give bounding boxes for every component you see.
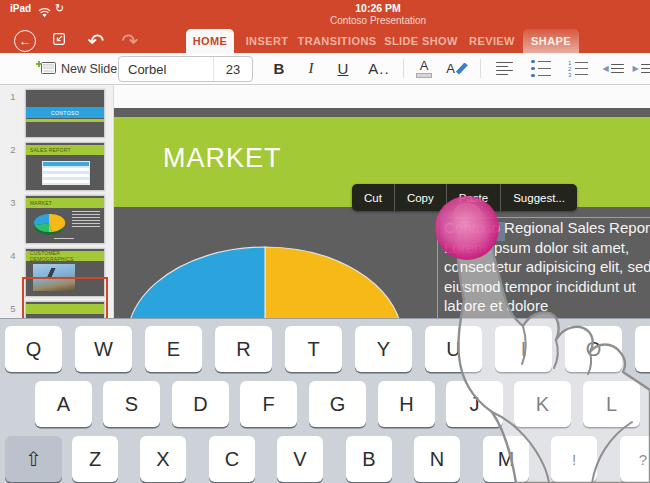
align-left-icon: [496, 62, 513, 76]
key-r[interactable]: R: [215, 326, 272, 372]
redo-icon: ↷: [122, 31, 139, 51]
indent-button[interactable]: ▶: [631, 58, 650, 79]
key-u[interactable]: U: [425, 326, 482, 372]
bullets-button[interactable]: [528, 58, 554, 79]
tab-slide-show[interactable]: SLIDE SHOW: [384, 29, 458, 53]
key-f[interactable]: F: [240, 381, 297, 427]
toolbar-divider: [480, 59, 481, 78]
key-y[interactable]: Y: [355, 326, 412, 372]
tab-insert[interactable]: INSERT: [242, 29, 292, 53]
align-button[interactable]: [492, 58, 516, 79]
thumb3-title: MARKET: [26, 198, 104, 208]
numbering-button[interactable]: 1 2 3: [565, 58, 591, 79]
key-e[interactable]: E: [145, 326, 202, 372]
slide-title[interactable]: MARKET: [163, 143, 282, 174]
thumb1-accent-stripe: [26, 119, 104, 122]
tab-review[interactable]: REVIEW: [466, 29, 518, 53]
italic-button[interactable]: I: [302, 58, 320, 79]
app-window: iPad ↻ 10:26 PM Contoso Presentation ← ↶…: [0, 0, 650, 483]
key-l[interactable]: L: [583, 381, 640, 427]
font-color-button[interactable]: A: [413, 58, 435, 79]
key-q[interactable]: Q: [5, 326, 62, 372]
key-question[interactable]: ?: [620, 436, 650, 482]
textbox-line: eiusmod tempor incididunt ut: [438, 277, 650, 297]
key-k[interactable]: K: [514, 381, 571, 427]
key-a[interactable]: A: [35, 381, 92, 427]
pen-icon: [456, 63, 468, 75]
slide-number: 1: [6, 91, 20, 102]
thumb2-table: [42, 161, 90, 185]
clock: 10:26 PM: [308, 2, 448, 14]
key-i[interactable]: I: [495, 326, 552, 372]
formatting-toolbar: New Slide Corbel 23 B I U A.. A A: [0, 53, 650, 85]
key-d[interactable]: D: [172, 381, 229, 427]
thumb3-caption: [54, 238, 74, 240]
key-z[interactable]: Z: [72, 436, 118, 482]
thumb2-title: SALES REPORT: [26, 145, 104, 155]
menu-item-suggest[interactable]: Suggest...: [501, 184, 577, 211]
key-m[interactable]: M: [483, 436, 529, 482]
bold-button[interactable]: B: [269, 58, 289, 79]
key-s[interactable]: S: [103, 381, 160, 427]
device-label: iPad: [10, 3, 31, 14]
slide-thumbnail-1[interactable]: CONTOSO: [25, 89, 105, 138]
textbox-line: consectetur adipisicing elit, sed do: [438, 257, 650, 277]
back-icon: ←: [14, 30, 36, 52]
bullet-list-icon: [531, 59, 550, 78]
back-button[interactable]: ←: [13, 29, 37, 53]
key-exclamation[interactable]: !: [551, 436, 597, 482]
new-slide-button[interactable]: [36, 60, 57, 81]
tab-home[interactable]: HOME: [186, 29, 234, 53]
wifi-icon: [38, 4, 51, 22]
slide-thumbnail-panel: 1 CONTOSO 2 SALES REPORT 3 MARKET: [0, 84, 114, 318]
key-n[interactable]: N: [414, 436, 460, 482]
slide-number: 2: [6, 144, 20, 155]
key-o[interactable]: O: [565, 326, 622, 372]
underline-button[interactable]: U: [333, 58, 353, 79]
more-formatting-button[interactable]: A..: [366, 58, 392, 79]
key-h[interactable]: H: [378, 381, 435, 427]
indent-icon: ▶: [632, 65, 638, 73]
undo-button[interactable]: ↶: [84, 29, 108, 53]
tab-transitions[interactable]: TRANSITIONS: [298, 29, 376, 53]
outdent-button[interactable]: ◀: [601, 58, 625, 79]
outdent-icon: ◀: [602, 65, 608, 73]
font-effects-button[interactable]: A: [444, 58, 470, 79]
toolbar-divider: [403, 59, 404, 78]
key-j[interactable]: J: [446, 381, 503, 427]
textbox-line: labore et dolore: [438, 296, 650, 316]
numbered-list-icon: 1 2 3: [568, 60, 588, 77]
top-bar: iPad ↻ 10:26 PM Contoso Presentation ← ↶…: [0, 0, 650, 53]
slide-number: 4: [6, 250, 20, 261]
key-p[interactable]: P: [635, 326, 650, 372]
thumb4-title: CUSTOMER DEMOGRAPHICS: [26, 251, 104, 261]
key-x[interactable]: X: [140, 436, 186, 482]
shift-key[interactable]: ⇧: [5, 436, 62, 482]
menu-item-copy[interactable]: Copy: [395, 184, 446, 211]
share-button[interactable]: [47, 29, 71, 53]
key-t[interactable]: T: [285, 326, 342, 372]
slide-thumbnail-2[interactable]: SALES REPORT: [25, 142, 105, 191]
redo-button[interactable]: ↷: [118, 29, 142, 53]
new-slide-icon: [36, 63, 57, 80]
shift-icon: ⇧: [25, 447, 42, 471]
font-size-field[interactable]: 23: [213, 57, 252, 81]
font-selector: Corbel 23: [118, 56, 253, 82]
key-g[interactable]: G: [309, 381, 366, 427]
key-c[interactable]: C: [209, 436, 255, 482]
font-name-field[interactable]: Corbel: [119, 62, 213, 77]
menu-item-cut[interactable]: Cut: [352, 184, 394, 211]
slide-number: 3: [6, 197, 20, 208]
key-b[interactable]: B: [346, 436, 392, 482]
slide-number: 5: [6, 303, 20, 314]
new-slide-label[interactable]: New Slide: [61, 62, 117, 76]
thumb3-text-block: [72, 211, 100, 227]
thumb1-title-band: CONTOSO: [26, 107, 104, 118]
key-w[interactable]: W: [75, 326, 132, 372]
onscreen-keyboard: Q W E R T Y U I O P A S D F G H J K L ⇧ …: [0, 318, 650, 483]
slide-thumbnail-3[interactable]: MARKET: [25, 195, 105, 244]
sync-icon: ↻: [55, 2, 64, 15]
tab-shape[interactable]: SHAPE: [523, 29, 579, 53]
key-v[interactable]: V: [277, 436, 323, 482]
font-color-bar: [416, 73, 432, 78]
